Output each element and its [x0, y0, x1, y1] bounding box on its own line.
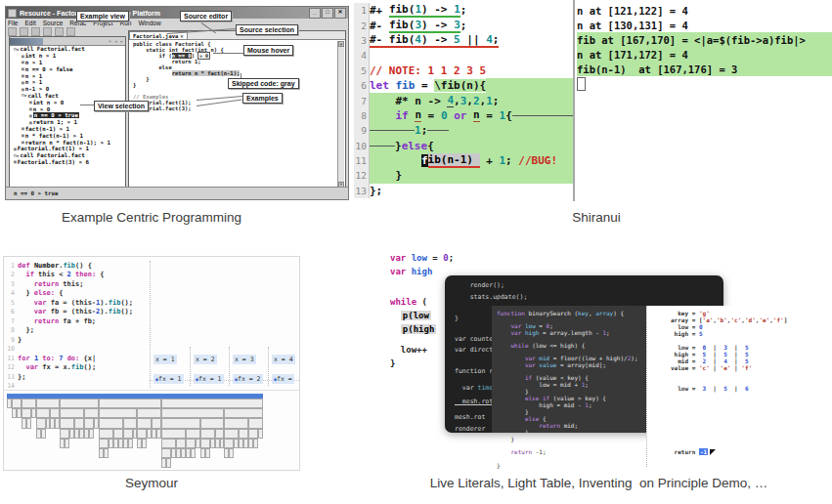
menu-item-file[interactable]: File — [8, 20, 18, 26]
tree-row[interactable]: ▦n == 0 » true — [11, 112, 124, 119]
fx-value-chip[interactable]: ●fx = 1 — [153, 374, 184, 384]
trace-call-box[interactable] — [137, 429, 147, 439]
trace-call-box[interactable] — [248, 418, 263, 428]
editor-scrollbar[interactable]: ▲ ▼ — [337, 41, 344, 188]
trace-call-box[interactable] — [65, 439, 69, 448]
trace-call-box[interactable] — [186, 439, 196, 448]
trace-call-box[interactable] — [200, 429, 215, 439]
eclipse-title-bar[interactable]: Resource - Factorial.java - Eclipse Plat… — [6, 7, 348, 19]
trace-call-box[interactable] — [99, 418, 123, 428]
tree-row[interactable]: ▦Factorial.fact(1) » 1 — [11, 146, 124, 152]
trace-call-box[interactable] — [74, 418, 84, 428]
trace-call-box[interactable] — [60, 408, 84, 418]
tree-row[interactable]: ▦int n » 1 — [11, 53, 124, 60]
menu-item-window[interactable]: Window — [138, 20, 160, 26]
tree-row[interactable]: ▦n » 1 — [11, 79, 124, 86]
trace-call-box[interactable] — [137, 408, 161, 418]
tree-row[interactable]: ▦return 1; » 1 — [11, 119, 124, 126]
trace-call-box[interactable] — [89, 429, 94, 439]
tree-row[interactable]: ▦n == 0 » false — [11, 65, 124, 72]
trace-call-box[interactable] — [99, 408, 138, 418]
trace-call-box[interactable] — [224, 408, 263, 418]
tree-row[interactable]: ⊟◈call Factorial.fact — [11, 152, 124, 159]
fx-value-chip[interactable]: ●fx = 1 — [194, 374, 224, 384]
shiranui-code-editor[interactable]: 1#+ fib(1) -> 1;2#- fib(3) -> 3;3#- fib(… — [354, 0, 573, 201]
call-expand-icon[interactable]: ⊟◈ — [14, 47, 19, 52]
trace-call-box[interactable] — [84, 418, 94, 428]
tree-row[interactable]: ▦return n * fact(n-1); » 1 — [11, 139, 124, 146]
pane-divider[interactable] — [573, 0, 575, 201]
tab-close-icon[interactable]: ✕ — [180, 33, 183, 39]
toolbar-icon[interactable] — [66, 27, 75, 36]
trace-call-box[interactable] — [84, 408, 99, 418]
trace-call-box[interactable] — [142, 439, 147, 448]
tree-row[interactable]: ▦n-1 » 0 — [11, 86, 124, 93]
trace-call-box[interactable] — [166, 458, 171, 468]
x-value-chip[interactable]: x = 1 — [153, 355, 177, 364]
trace-call-box[interactable] — [128, 439, 133, 448]
menu-item-edit[interactable]: Edit — [24, 20, 35, 26]
trace-call-box[interactable] — [258, 429, 263, 439]
source-editor-code[interactable]: public class Factorial { static int fact… — [133, 41, 337, 188]
trace-call-box[interactable] — [123, 418, 138, 428]
call-tree-trace[interactable] — [7, 399, 263, 471]
trace-call-box[interactable] — [200, 418, 225, 428]
trace-call-box[interactable] — [205, 448, 210, 458]
trace-call-box[interactable] — [161, 448, 171, 458]
trace-call-box[interactable] — [253, 439, 258, 448]
tree-row[interactable]: ⊟◈call fact — [11, 93, 124, 100]
scroll-up-icon[interactable]: ▲ — [338, 41, 344, 47]
trace-call-box[interactable] — [161, 399, 263, 408]
iteration-column[interactable]: x = 2●fx = 1 — [190, 347, 229, 386]
maximize-button[interactable]: □ — [322, 8, 333, 19]
fx-value-chip[interactable]: ●fx = — [272, 374, 294, 384]
trace-call-box[interactable] — [36, 418, 46, 428]
trace-call-box[interactable] — [104, 448, 109, 458]
trace-call-box[interactable] — [215, 429, 225, 439]
trace-call-box[interactable] — [41, 429, 46, 439]
tree-row[interactable]: ⊟◈call Factorial.fact — [11, 46, 124, 53]
trace-call-box[interactable] — [176, 439, 186, 448]
x-value-chip[interactable]: x = 3 — [233, 355, 256, 364]
trace-call-box[interactable] — [60, 399, 99, 408]
tree-row[interactable]: ▦n » 1 — [11, 72, 124, 79]
trace-call-box[interactable] — [26, 418, 31, 428]
trace-call-box[interactable] — [123, 429, 133, 439]
call-expand-icon[interactable]: ⊟◈ — [14, 153, 19, 158]
trace-call-box[interactable] — [99, 429, 113, 439]
trace-call-box[interactable] — [152, 418, 161, 428]
x-value-chip[interactable]: x = 2 — [194, 355, 217, 364]
trace-call-box[interactable] — [224, 439, 234, 448]
trace-call-box[interactable] — [191, 448, 196, 458]
fx-value-chip[interactable]: ●fx = 2 — [233, 374, 263, 384]
trace-call-box[interactable] — [186, 429, 200, 439]
trace-call-box[interactable] — [60, 429, 69, 439]
trace-call-box[interactable] — [22, 408, 31, 418]
trace-call-box[interactable] — [50, 408, 60, 418]
tree-row[interactable]: ▦Factorial.fact(3) » 6 — [11, 159, 124, 166]
trace-call-box[interactable] — [22, 399, 36, 408]
tree-row[interactable]: ▦n » 1 — [11, 60, 124, 66]
trace-call-box[interactable] — [229, 448, 234, 458]
toolbar-icon[interactable] — [20, 27, 28, 36]
trace-call-box[interactable] — [161, 439, 176, 448]
call-expand-icon[interactable]: ⊟◈ — [22, 93, 26, 98]
trace-call-box[interactable] — [224, 418, 248, 428]
trace-call-box[interactable] — [113, 429, 123, 439]
view-toolbar-icons[interactable]: ▾ ◂ ▸ — [109, 38, 123, 44]
iteration-column[interactable]: x = 3●fx = 2 — [229, 347, 268, 386]
trace-call-box[interactable] — [239, 429, 248, 439]
x-value-chip[interactable]: x = 4 — [272, 355, 295, 364]
inventing-on-principle-values-pane[interactable]: key = 'g'array = ['a','b','c','d','e','f… — [646, 306, 832, 467]
trace-call-box[interactable] — [248, 429, 258, 439]
minimize-button[interactable]: _ — [309, 8, 321, 19]
trace-call-box[interactable] — [161, 429, 186, 439]
trace-call-box[interactable] — [36, 399, 61, 408]
trace-call-box[interactable] — [161, 408, 224, 418]
trace-call-box[interactable] — [99, 439, 109, 448]
trace-call-box[interactable] — [36, 408, 51, 418]
iteration-column[interactable]: x = 4●fx = — [268, 347, 307, 386]
iteration-column[interactable]: x = 1●fx = 1 — [151, 347, 190, 386]
toolbar-icon[interactable] — [55, 27, 64, 36]
example-view-tab[interactable] — [10, 38, 43, 45]
